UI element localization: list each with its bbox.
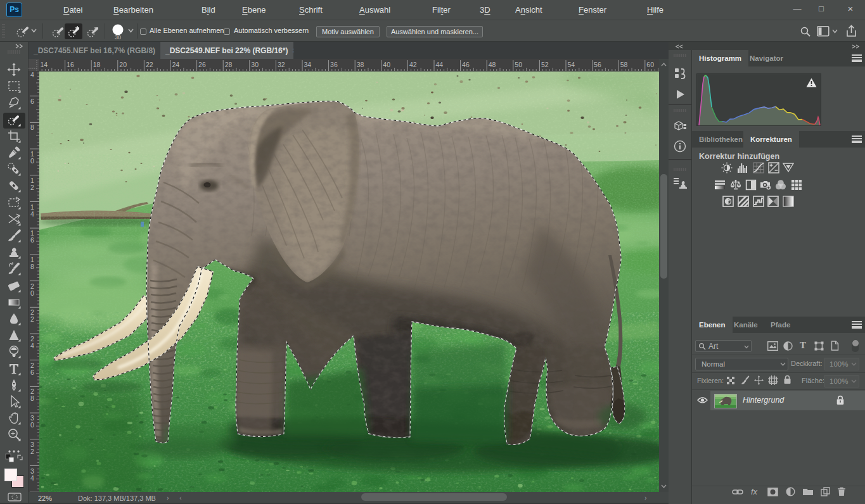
- svg-text:58: 58: [620, 61, 628, 68]
- svg-text:56: 56: [594, 61, 601, 68]
- svg-text:2: 2: [30, 315, 34, 323]
- svg-text:48: 48: [489, 61, 496, 68]
- svg-text:24: 24: [172, 61, 180, 68]
- svg-text:60: 60: [646, 61, 654, 68]
- svg-text:30: 30: [115, 34, 121, 41]
- svg-text:46: 46: [462, 61, 470, 68]
- svg-text:16: 16: [67, 61, 74, 68]
- svg-text:22: 22: [146, 61, 153, 68]
- svg-text:8: 8: [30, 123, 34, 131]
- svg-text:28: 28: [225, 61, 233, 68]
- svg-text:4: 4: [30, 210, 34, 218]
- svg-text:8: 8: [30, 263, 34, 270]
- svg-text:2: 2: [30, 448, 34, 455]
- svg-text:14: 14: [41, 61, 48, 68]
- svg-text:44: 44: [436, 61, 444, 68]
- svg-text:6: 6: [30, 369, 34, 376]
- svg-text:36: 36: [330, 61, 338, 68]
- svg-text:34: 34: [304, 61, 312, 68]
- svg-text:2: 2: [30, 184, 34, 191]
- svg-text:42: 42: [409, 61, 417, 68]
- svg-text:6: 6: [30, 98, 34, 105]
- svg-text:30: 30: [251, 61, 259, 68]
- svg-text:32: 32: [278, 61, 285, 68]
- svg-text:4: 4: [30, 474, 34, 482]
- svg-text:0: 0: [30, 421, 34, 429]
- svg-text:4: 4: [30, 342, 34, 350]
- svg-text:6: 6: [30, 236, 34, 244]
- svg-text:38: 38: [357, 61, 364, 68]
- svg-text:54: 54: [568, 61, 575, 68]
- svg-text:40: 40: [383, 61, 390, 68]
- svg-text:0: 0: [30, 289, 34, 297]
- svg-text:52: 52: [541, 61, 549, 68]
- svg-text:50: 50: [515, 61, 522, 68]
- svg-text:0: 0: [30, 157, 34, 165]
- svg-text:8: 8: [30, 394, 34, 402]
- svg-text:26: 26: [198, 61, 206, 68]
- svg-text:20: 20: [119, 61, 127, 68]
- svg-text:4: 4: [30, 71, 34, 79]
- svg-text:18: 18: [93, 61, 101, 68]
